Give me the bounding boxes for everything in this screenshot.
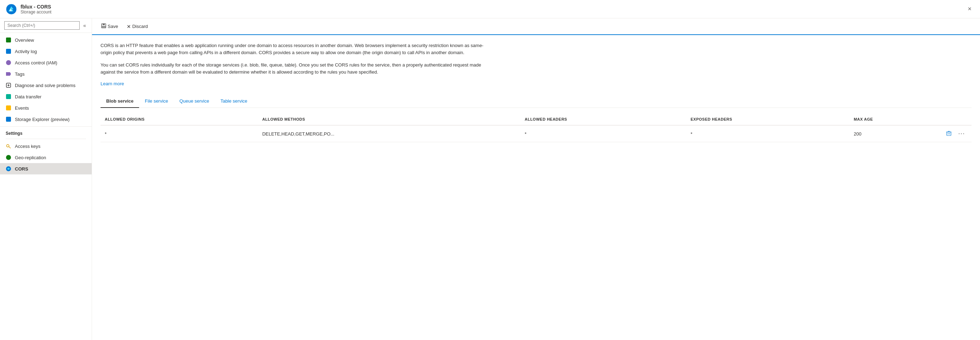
- discard-icon: ✕: [127, 24, 131, 29]
- sidebar-item-access-control[interactable]: Access control (IAM): [0, 57, 92, 68]
- sidebar-item-label: Diagnose and solve problems: [15, 83, 75, 88]
- tab-table-service[interactable]: Table service: [215, 95, 253, 108]
- sidebar: « Overview Activity log: [0, 18, 92, 340]
- sidebar-search-container: «: [0, 18, 92, 33]
- diagnose-icon: [6, 83, 11, 88]
- storage-explorer-icon: [6, 116, 11, 122]
- geo-replication-icon: [6, 155, 11, 160]
- content-body: CORS is an HTTP feature that enables a w…: [92, 35, 980, 340]
- discard-button[interactable]: ✕ Discard: [123, 22, 151, 32]
- description-text-2: You can set CORS rules individually for …: [100, 62, 490, 75]
- main-container: « Overview Activity log: [0, 18, 980, 340]
- tab-queue-service[interactable]: Queue service: [174, 95, 215, 108]
- close-button[interactable]: ×: [965, 4, 974, 14]
- row-actions: ···: [944, 129, 967, 138]
- col-exposed-headers: EXPOSED HEADERS: [686, 114, 850, 125]
- sidebar-item-access-keys[interactable]: Access keys: [0, 140, 92, 152]
- col-allowed-origins: ALLOWED ORIGINS: [100, 114, 258, 125]
- svg-line-5: [9, 146, 11, 148]
- settings-section-header: Settings: [0, 126, 92, 137]
- overview-icon: [6, 37, 11, 43]
- table-row: * DELETE,HEAD,GET,MERGE,PO... * * 200: [100, 125, 972, 142]
- col-allowed-methods: ALLOWED METHODS: [258, 114, 520, 125]
- activity-log-icon: [6, 48, 11, 54]
- tabs-container: Blob service File service Queue service …: [100, 95, 972, 108]
- description-text-1: CORS is an HTTP feature that enables a w…: [100, 42, 490, 56]
- settings-divider: [6, 139, 86, 139]
- content-area: Save ✕ Discard CORS is an HTTP feature t…: [92, 18, 980, 340]
- sidebar-item-label: Overview: [15, 38, 34, 43]
- sidebar-item-tags[interactable]: Tags: [0, 68, 92, 79]
- sidebar-item-label: Geo-replication: [15, 155, 46, 160]
- cell-max-age: 200: [850, 125, 940, 142]
- tags-icon: [6, 71, 11, 77]
- save-icon: [101, 23, 106, 29]
- title-bar: fblux - CORS Storage account ×: [0, 0, 980, 18]
- svg-rect-9: [102, 26, 105, 28]
- sidebar-item-label: Activity log: [15, 49, 37, 54]
- svg-rect-10: [947, 132, 951, 135]
- sidebar-item-overview[interactable]: Overview: [0, 34, 92, 46]
- sidebar-item-activity-log[interactable]: Activity log: [0, 46, 92, 57]
- search-input[interactable]: [4, 21, 80, 30]
- save-label: Save: [108, 24, 118, 29]
- save-button[interactable]: Save: [98, 21, 122, 32]
- azure-logo-icon: [6, 3, 17, 15]
- sidebar-item-label: Access keys: [15, 144, 40, 149]
- sidebar-item-label: Events: [15, 105, 29, 111]
- sidebar-item-diagnose[interactable]: Diagnose and solve problems: [0, 79, 92, 91]
- cell-allowed-origins: *: [100, 125, 258, 142]
- table-header-row: ALLOWED ORIGINS ALLOWED METHODS ALLOWED …: [100, 114, 972, 125]
- col-max-age: MAX AGE: [850, 114, 940, 125]
- cell-allowed-methods: DELETE,HEAD,GET,MERGE,PO...: [258, 125, 520, 142]
- toolbar: Save ✕ Discard: [92, 18, 980, 35]
- sidebar-item-label: Storage Explorer (preview): [15, 117, 70, 122]
- cell-allowed-headers: *: [520, 125, 686, 142]
- delete-row-button[interactable]: [944, 129, 953, 138]
- sidebar-item-data-transfer[interactable]: Data transfer: [0, 91, 92, 102]
- col-allowed-headers: ALLOWED HEADERS: [520, 114, 686, 125]
- tab-file-service[interactable]: File service: [139, 95, 174, 108]
- sidebar-nav: Overview Activity log Access control (IA…: [0, 33, 92, 340]
- events-icon: [6, 105, 11, 111]
- cors-table: ALLOWED ORIGINS ALLOWED METHODS ALLOWED …: [100, 114, 972, 142]
- cell-actions: ···: [940, 125, 972, 142]
- sidebar-collapse-button[interactable]: «: [82, 22, 88, 29]
- title-bar-left: fblux - CORS Storage account: [6, 3, 51, 15]
- cell-exposed-headers: *: [686, 125, 850, 142]
- sidebar-item-label: Access control (IAM): [15, 60, 57, 65]
- sidebar-item-events[interactable]: Events: [0, 102, 92, 114]
- tabs: Blob service File service Queue service …: [100, 95, 972, 108]
- app-title: fblux - CORS: [21, 4, 51, 10]
- title-bar-text: fblux - CORS Storage account: [21, 4, 51, 14]
- sidebar-item-storage-explorer[interactable]: Storage Explorer (preview): [0, 114, 92, 125]
- app-subtitle: Storage account: [21, 10, 51, 14]
- col-actions: [940, 114, 972, 125]
- svg-rect-8: [103, 24, 105, 25]
- sidebar-item-label: Data transfer: [15, 94, 41, 99]
- discard-label: Discard: [132, 24, 148, 29]
- data-transfer-icon: [6, 94, 11, 99]
- more-options-button[interactable]: ···: [956, 129, 967, 138]
- sidebar-item-label: Tags: [15, 71, 24, 77]
- sidebar-item-label: CORS: [15, 166, 28, 172]
- sidebar-item-geo-replication[interactable]: Geo-replication: [0, 152, 92, 163]
- access-keys-icon: [6, 143, 11, 149]
- sidebar-item-cors[interactable]: CORS: [0, 163, 92, 175]
- learn-more-link[interactable]: Learn more: [100, 81, 124, 86]
- cors-icon: [6, 166, 11, 172]
- access-control-icon: [6, 60, 11, 65]
- tab-blob-service[interactable]: Blob service: [100, 95, 139, 108]
